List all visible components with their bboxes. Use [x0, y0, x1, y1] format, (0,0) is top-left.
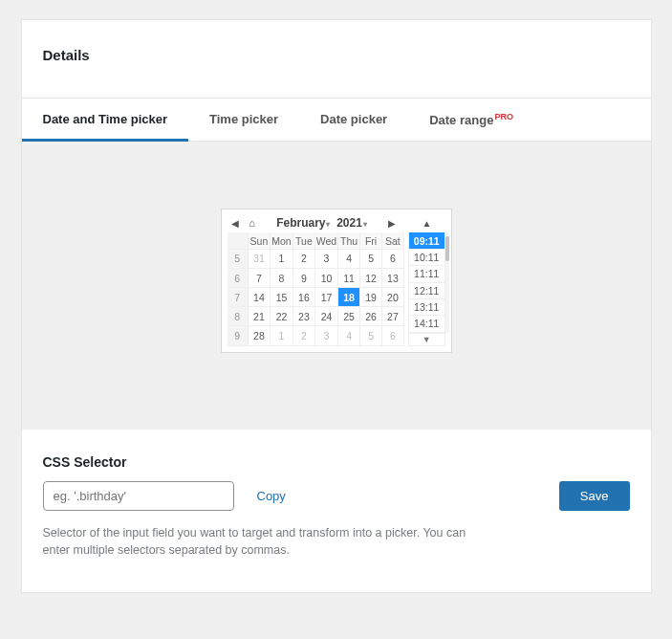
time-scroll-down-icon[interactable]: ▼	[408, 333, 445, 346]
datetime-picker: ◀ ⌂ February▾ 2021▾ ▶ ▲ SunMonTueWedThuF…	[221, 209, 452, 352]
day-header: Fri	[360, 232, 382, 249]
day-header: Sun	[248, 232, 270, 249]
day-header: Sat	[381, 232, 403, 249]
time-scrollbar[interactable]	[445, 232, 449, 332]
day-header: Mon	[271, 232, 293, 249]
calendar-day[interactable]: 22	[271, 307, 293, 326]
calendar-day[interactable]: 10	[315, 268, 338, 287]
tab-content: ◀ ⌂ February▾ 2021▾ ▶ ▲ SunMonTueWedThuF…	[22, 142, 651, 429]
calendar-day[interactable]: 8	[271, 268, 293, 287]
calendar-day[interactable]: 26	[360, 307, 382, 326]
calendar-day[interactable]: 31	[248, 249, 270, 268]
copy-button[interactable]: Copy	[257, 489, 286, 503]
calendar-day[interactable]: 6	[381, 326, 403, 345]
css-selector-section: CSS Selector Copy Save Selector of the i…	[22, 430, 651, 593]
calendar-day[interactable]: 4	[337, 326, 359, 345]
calendar-day[interactable]: 5	[360, 249, 382, 268]
week-number: 5	[228, 249, 249, 268]
field-label: CSS Selector	[43, 454, 630, 470]
calendar-day[interactable]: 3	[315, 249, 338, 268]
calendar-day[interactable]: 2	[293, 249, 314, 268]
calendar-day[interactable]: 5	[360, 326, 382, 345]
tab-time-picker[interactable]: Time picker	[188, 99, 299, 141]
home-icon[interactable]: ⌂	[245, 215, 260, 231]
help-text: Selector of the input field you want to …	[43, 524, 483, 561]
time-option[interactable]: 11:11	[408, 266, 445, 282]
week-number: 9	[228, 326, 249, 345]
calendar-day[interactable]: 6	[381, 249, 403, 268]
prev-month-icon[interactable]: ◀	[228, 215, 243, 231]
field-row: Copy Save	[43, 481, 630, 511]
calendar-day[interactable]: 27	[381, 307, 403, 326]
week-number: 8	[228, 307, 249, 326]
calendar-day[interactable]: 9	[293, 268, 314, 287]
month-year-label[interactable]: February▾ 2021▾	[262, 216, 382, 230]
calendar-day[interactable]: 28	[248, 326, 270, 345]
tabs-bar: Date and Time pickerTime pickerDate pick…	[22, 99, 651, 142]
calendar-day[interactable]: 25	[337, 307, 359, 326]
calendar-day[interactable]: 24	[315, 307, 338, 326]
calendar-day[interactable]: 16	[293, 288, 314, 307]
week-number: 7	[228, 288, 249, 307]
time-scroll-up-icon[interactable]: ▲	[409, 215, 445, 231]
next-month-icon[interactable]: ▶	[384, 215, 400, 231]
save-button[interactable]: Save	[559, 481, 630, 511]
calendar-day[interactable]: 19	[360, 288, 382, 307]
tab-date-and-time-picker[interactable]: Date and Time picker	[22, 99, 189, 141]
tab-date-picker[interactable]: Date picker	[299, 99, 408, 141]
calendar-grid: SunMonTueWedThuFriSat 531123456678910111…	[228, 232, 404, 345]
month-label: February	[276, 216, 325, 230]
time-option[interactable]: 13:11	[408, 299, 445, 316]
tab-date-range[interactable]: Date rangePRO	[408, 99, 534, 141]
time-option[interactable]: 12:11	[408, 283, 445, 299]
calendar-day[interactable]: 13	[381, 268, 403, 287]
calendar-day[interactable]: 11	[337, 268, 359, 287]
time-option[interactable]: 14:11	[408, 316, 445, 332]
calendar-day[interactable]: 14	[248, 288, 270, 307]
time-list: 09:1110:1111:1112:1113:1114:11	[408, 232, 445, 332]
time-column: 09:1110:1111:1112:1113:1114:11 ▼	[408, 232, 445, 345]
calendar-day[interactable]: 21	[248, 307, 270, 326]
panel-header: Details	[22, 20, 651, 99]
calendar-day[interactable]: 18	[337, 288, 359, 307]
calendar-day[interactable]: 2	[293, 326, 314, 345]
calendar-day[interactable]: 4	[337, 249, 359, 268]
pro-badge: PRO	[494, 112, 513, 121]
day-header: Thu	[337, 232, 359, 249]
calendar-day[interactable]: 23	[293, 307, 314, 326]
time-option[interactable]: 10:11	[408, 250, 445, 266]
calendar-day[interactable]: 3	[315, 326, 338, 345]
calendar-day[interactable]: 15	[271, 288, 293, 307]
calendar-day[interactable]: 17	[315, 288, 338, 307]
calendar-day[interactable]: 1	[271, 249, 293, 268]
day-header: Wed	[315, 232, 338, 249]
calendar-header: ◀ ⌂ February▾ 2021▾ ▶ ▲	[228, 215, 445, 231]
calendar-day[interactable]: 7	[248, 268, 270, 287]
calendar-day[interactable]: 20	[381, 288, 403, 307]
css-selector-input[interactable]	[43, 481, 234, 511]
time-option[interactable]: 09:11	[408, 232, 445, 249]
week-number: 6	[228, 268, 249, 287]
day-header: Tue	[293, 232, 314, 249]
page-title: Details	[43, 47, 630, 63]
calendar-day[interactable]: 12	[360, 268, 382, 287]
calendar-day[interactable]: 1	[271, 326, 293, 345]
year-label: 2021	[336, 216, 362, 230]
details-panel: Details Date and Time pickerTime pickerD…	[21, 19, 652, 593]
